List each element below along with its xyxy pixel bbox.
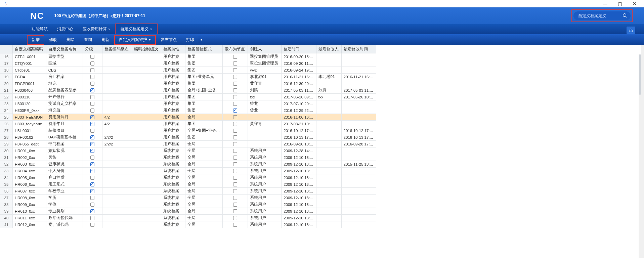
checkbox[interactable] [233,196,237,200]
table-row[interactable]: 28H3H00102UAP项目基本档...2/2/2用户档案集团2016-10-… [0,134,376,141]
search-input[interactable] [573,11,631,20]
table-row[interactable]: 20FDCPR001填充用户档案集团黄守青2016-12-30 20:... [0,80,376,87]
toolbar-btn-4[interactable]: 刷新 [97,35,114,45]
toolbar-btn-2[interactable]: 删除 [62,35,79,45]
vertical-scrollbar[interactable] [639,54,641,258]
checkbox[interactable] [233,109,237,113]
table-row[interactable]: 41HR012_0xx党、派代码系统档案全局系统用户2009-12-10 13:… [0,221,376,228]
table-row[interactable]: 32HR003_0xx健康状况系统档案全局系统用户2009-12-10 13:.… [0,161,376,168]
checkbox[interactable] [90,149,94,153]
window-close-button[interactable]: ✕ [627,0,642,7]
toolbar-btn-3[interactable]: 查询 [79,35,97,45]
nav-tab-1[interactable]: 消息中心 [52,24,78,34]
checkbox[interactable] [90,189,94,193]
checkbox[interactable] [90,142,94,146]
checkbox[interactable] [90,102,94,106]
checkbox[interactable] [90,82,94,86]
table-row[interactable]: 40HR011_0xx政治面貌代码系统档案全局系统用户2009-12-10 13… [0,215,376,221]
checkbox[interactable] [90,156,94,160]
table-row[interactable]: 39HR010_0xx专业类别系统档案全局系统用户2009-12-10 13:.… [0,208,376,215]
checkbox[interactable] [90,109,94,113]
toolbar-btn-0[interactable]: 新增 [27,35,44,45]
checkbox[interactable] [90,135,94,139]
table-row[interactable]: 36HR007_0xx学校专业系统档案全局系统用户2009-12-10 13:.… [0,188,376,195]
table-row[interactable]: 35HR006_0xx用工形式系统档案全局系统用户2009-12-10 13:.… [0,181,376,188]
checkbox[interactable] [90,176,94,180]
checkbox[interactable] [233,142,237,146]
tab-close-icon[interactable]: × [150,27,152,31]
checkbox[interactable] [90,95,94,99]
home-button[interactable] [627,27,635,34]
checkbox[interactable] [233,162,237,166]
table-row[interactable]: 19FCDA房产档案用户档案集团+业务单元李北游012016-11-21 16:… [0,74,376,80]
nav-tab-3[interactable]: 自定义档案定义× [115,24,157,34]
table-row[interactable]: 37HR008_0xx学历系统档案全局系统用户2009-12-10 13:... [0,195,376,201]
column-header[interactable]: 创建人 [248,45,282,53]
checkbox[interactable] [233,203,237,207]
column-header[interactable]: 最后修改人 [316,45,341,53]
checkbox[interactable] [233,176,237,180]
checkbox[interactable] [233,115,237,119]
window-minimize-button[interactable]: — [598,0,612,7]
tab-close-icon[interactable]: × [108,27,110,31]
checkbox[interactable] [90,162,94,166]
table-row[interactable]: 18CTcbs01CBS用户档案集团wyz2016-09-24 19:... [0,67,376,74]
checkbox[interactable] [90,129,94,133]
checkbox[interactable] [90,75,94,79]
checkbox[interactable] [233,156,237,160]
checkbox[interactable] [90,223,94,227]
table-row[interactable]: 23H303120测试自定义档案用户档案集团曾龙2017-07-10 20:..… [0,100,376,107]
column-header[interactable]: 档案编码级次 [102,45,132,53]
checkbox[interactable] [90,61,94,66]
checkbox[interactable] [233,82,237,86]
checkbox[interactable] [90,209,94,213]
table-row[interactable]: 31HR002_0xx民族系统档案全局系统用户2009-12-10 13:... [0,154,376,161]
checkbox[interactable] [233,55,237,59]
table-row[interactable]: 38HR009_0xx学位系统档案全局系统用户2009-12-10 13:... [0,201,376,208]
toolbar-btn-5[interactable]: 自定义档案维护▼ [114,35,156,45]
checkbox[interactable] [233,209,237,213]
search-icon[interactable] [622,13,627,19]
checkbox[interactable] [233,95,237,99]
table-row[interactable]: 24H303PR_0xxx填充值用户档案集团曾龙2016-12-29 22:..… [0,107,376,114]
toolbar-btn-7[interactable]: 打印 [181,35,199,45]
toolbar-btn-6[interactable]: 发布节点 [156,35,181,45]
checkbox[interactable] [233,102,237,106]
checkbox[interactable] [90,203,94,207]
split-dropdown-icon[interactable]: ▼ [199,36,204,43]
column-header[interactable] [0,45,13,53]
column-header[interactable]: 编码控制级次 [132,45,161,53]
checkbox[interactable] [233,122,237,126]
checkbox[interactable] [90,68,94,72]
checkbox[interactable] [90,196,94,200]
table-row[interactable]: 30HR001_0xx婚姻状况系统档案全局系统用户2009-12-28 14:.… [0,147,376,154]
table-row[interactable]: 34HR005_0xx户口性质系统档案全局系统用户2009-12-10 13:.… [0,174,376,181]
checkbox[interactable] [233,129,237,133]
column-header[interactable]: 创建时间 [282,45,316,53]
table-row[interactable]: 16CTPJLX001票据类型用户档案集团翠投集团管理员2016-09-20 1… [0,53,376,60]
table-row[interactable]: 21H3030406品牌档案表型参...用户档案全局+集团+业务...刘腾201… [0,87,376,94]
table-row[interactable]: 17CTQY001区域用户档案集团翠投集团管理员2016-09-20 11:..… [0,60,376,67]
grid-container[interactable]: 自定义档案编码自定义档案名称分级档案编码级次编码控制级次档案属性档案管控模式发布… [0,45,644,258]
table-row[interactable]: 22H303110开户银行用户档案集团fxx2017-06-26 09:...f… [0,94,376,100]
checkbox[interactable] [233,216,237,220]
column-header[interactable]: 发布为节点 [223,45,248,53]
checkbox[interactable] [233,68,237,72]
checkbox[interactable] [233,223,237,227]
column-header[interactable]: 最后修改时间 [341,45,376,53]
column-header[interactable]: 档案管控模式 [185,45,223,53]
column-header[interactable]: 自定义档案编码 [12,45,46,53]
table-row[interactable]: 33HR004_0xx个人身份系统档案全局系统用户2009-12-10 13:.… [0,168,376,174]
checkbox[interactable] [233,182,237,186]
checkbox[interactable] [90,115,94,119]
table-row[interactable]: 26H303_feeyearm费用年月4/2用户档案集团黄守青2017-03-2… [0,121,376,127]
checkbox[interactable] [90,216,94,220]
checkbox[interactable] [90,182,94,186]
toolbar-btn-1[interactable]: 修改 [44,35,62,45]
checkbox[interactable] [90,88,94,92]
scrollbar-thumb[interactable] [639,54,641,95]
checkbox[interactable] [233,189,237,193]
checkbox[interactable] [233,88,237,92]
window-maximize-button[interactable]: ▢ [612,0,627,7]
table-row[interactable]: 25H303_FEEMON费用所属月4/2用户档案全局2016-11-06 16… [0,114,376,121]
